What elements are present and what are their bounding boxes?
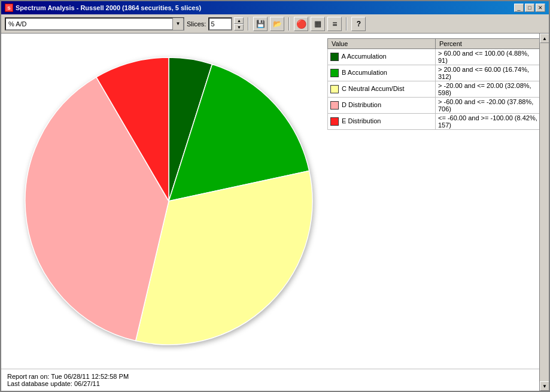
app-icon: S	[5, 4, 13, 12]
db-update-label: Last database update:	[7, 380, 72, 387]
legend-label: E Distribution	[328, 114, 436, 130]
grid-button[interactable]: ▦	[311, 17, 325, 31]
legend-row: B Accumulation > 20.00 and <= 60.00 (16.…	[328, 65, 543, 81]
db-update-value: 06/27/11	[74, 380, 100, 387]
db-update-line: Last database update: 06/27/11	[7, 380, 543, 387]
slices-spinner: ▲ ▼	[234, 17, 244, 31]
legend-range: > 60.00 and <= 100.00 (4.88%, 91)	[436, 49, 543, 65]
color-swatch	[330, 53, 339, 61]
toolbar-separator-1	[248, 17, 249, 31]
open-icon: 📂	[273, 20, 282, 28]
main-window: S Spectrum Analysis - Russell 2000 (1864…	[0, 0, 550, 392]
scroll-track	[540, 43, 549, 381]
color-swatch	[330, 117, 339, 126]
pie-chart	[13, 45, 324, 357]
save-icon: 💾	[256, 20, 265, 28]
legend-range: > -60.00 and <= -20.00 (37.88%, 706)	[436, 98, 543, 114]
legend-item-label: B Accumulation	[342, 69, 387, 76]
legend-row: A Accumulation > 60.00 and <= 100.00 (4.…	[328, 49, 543, 65]
slices-label: Slices:	[187, 20, 206, 28]
toolbar-separator-2	[288, 17, 290, 31]
legend-item-label: D Distribution	[342, 101, 381, 108]
legend-row: C Neutral Accum/Dist > -20.00 and <= 20.…	[328, 81, 543, 98]
dropdown-value: % A/D	[6, 20, 172, 28]
minimize-button[interactable]: _	[514, 4, 524, 12]
legend-area: Value Percent A Accumulation > 60.00 and…	[327, 38, 543, 130]
legend-item-label: A Accumulation	[341, 53, 386, 60]
toolbar-separator-3	[346, 17, 347, 31]
analysis-dropdown[interactable]: % A/D ▼	[5, 17, 184, 31]
legend-label: D Distribution	[328, 98, 436, 114]
grid-icon: ▦	[314, 19, 321, 28]
scrollbar: ▲ ▼	[539, 34, 549, 391]
title-buttons: _ □ ✕	[514, 4, 545, 12]
open-button[interactable]: 📂	[270, 17, 284, 31]
save-button[interactable]: 💾	[253, 17, 268, 31]
content-area: Value Percent A Accumulation > 60.00 and…	[1, 34, 549, 391]
close-button[interactable]: ✕	[536, 4, 545, 12]
title-bar: S Spectrum Analysis - Russell 2000 (1864…	[1, 1, 549, 14]
report-ran-value: Tue 06/28/11 12:52:58 PM	[51, 373, 129, 380]
legend-row: D Distribution > -60.00 and <= -20.00 (3…	[328, 98, 543, 114]
window-title: Spectrum Analysis - Russell 2000 (1864 s…	[16, 4, 201, 11]
toolbar: % A/D ▼ Slices: 5 ▲ ▼ 💾 📂 🔴 ▦ ≡	[1, 14, 549, 34]
legend-table: Value Percent A Accumulation > 60.00 and…	[327, 38, 543, 130]
color-swatch	[330, 85, 339, 93]
color-swatch	[330, 69, 339, 77]
legend-range: > 20.00 and <= 60.00 (16.74%, 312)	[436, 65, 543, 81]
legend-item-label: E Distribution	[342, 117, 381, 124]
spin-up-button[interactable]: ▲	[234, 17, 244, 24]
report-ran-label: Report ran on:	[7, 373, 49, 380]
help-icon: ?	[357, 20, 361, 28]
pie-icon: 🔴	[296, 19, 306, 29]
legend-range: <= -60.00 and >= -100.00 (8.42%, 157)	[436, 114, 543, 130]
chart-type-button[interactable]: 🔴	[294, 17, 308, 31]
footer: Report ran on: Tue 06/28/11 12:52:58 PM …	[1, 369, 549, 391]
legend-item-label: C Neutral Accum/Dist	[342, 85, 405, 92]
legend-label: A Accumulation	[328, 49, 436, 65]
col-value-header: Value	[328, 39, 436, 49]
legend-row: E Distribution <= -60.00 and >= -100.00 …	[328, 114, 543, 130]
legend-label: C Neutral Accum/Dist	[328, 81, 436, 98]
list-button[interactable]: ≡	[327, 17, 342, 31]
title-bar-left: S Spectrum Analysis - Russell 2000 (1864…	[5, 4, 201, 12]
legend-range: > -20.00 and <= 20.00 (32.08%, 598)	[436, 81, 543, 98]
slices-value: 5	[211, 20, 214, 28]
slices-container: 5 ▲ ▼	[208, 17, 244, 31]
scroll-down-button[interactable]: ▼	[540, 381, 549, 391]
scroll-up-button[interactable]: ▲	[540, 34, 549, 43]
dropdown-arrow[interactable]: ▼	[172, 18, 183, 30]
slices-input[interactable]: 5	[208, 17, 232, 31]
help-button[interactable]: ?	[351, 17, 366, 31]
col-percent-header: Percent	[436, 39, 543, 49]
color-swatch	[330, 101, 339, 110]
legend-label: B Accumulation	[328, 65, 436, 81]
spin-down-button[interactable]: ▼	[234, 24, 244, 31]
list-icon: ≡	[332, 19, 337, 29]
report-ran-line: Report ran on: Tue 06/28/11 12:52:58 PM	[7, 373, 543, 380]
maximize-button[interactable]: □	[525, 4, 534, 12]
